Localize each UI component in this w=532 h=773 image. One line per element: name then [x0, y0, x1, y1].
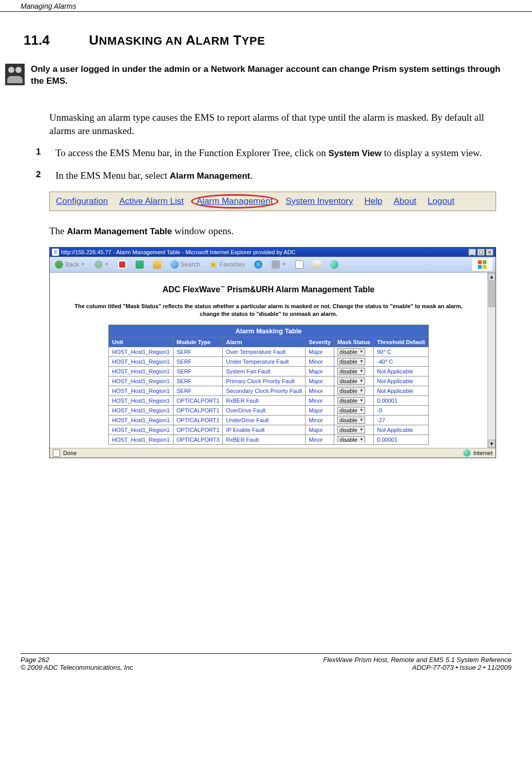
status-done: Done — [63, 450, 77, 456]
stop-button[interactable] — [116, 259, 128, 270]
star-icon — [210, 260, 218, 269]
menubar-item-system-inventory[interactable]: System Inventory — [286, 196, 353, 206]
table-cell: disable — [334, 376, 374, 386]
step-text: In the EMS Menu bar, select Alarm Manage… — [55, 169, 253, 182]
table-cell: disable — [334, 425, 374, 435]
table-cell: HOST_Host1_Region1 — [109, 376, 174, 386]
table-cell: disable — [334, 405, 374, 415]
ie-toolbar: Back ▼ ▼ Search Favorites ▼ — [50, 257, 496, 273]
table-cell: -9 — [374, 405, 429, 415]
menubar-item-alarm-management[interactable]: Alarm Management — [197, 196, 273, 206]
table-cell: OverDrive Fault — [223, 405, 306, 415]
table-cell: HOST_Host1_Region1 — [109, 435, 174, 444]
refresh-button[interactable] — [134, 259, 146, 270]
print-button[interactable]: ▼ — [270, 259, 288, 270]
table-cell: disable — [334, 347, 374, 356]
ie-throbber — [472, 258, 492, 271]
table-cell: OPTICALPORT3 — [173, 435, 223, 444]
mask-status-select[interactable]: disable — [337, 426, 365, 433]
mask-status-select[interactable]: disable — [337, 358, 365, 365]
menubar-item-configuration[interactable]: Configuration — [56, 196, 108, 206]
table-cell: Over Temperature Fault — [223, 347, 306, 356]
table-cell: RxBER Fault — [223, 395, 306, 405]
ui-ref-alarm-management: Alarm Management — [169, 171, 250, 181]
search-button[interactable]: Search — [168, 259, 202, 270]
table-row: HOST_Host1_Region1SERFSystem Fan FaultMa… — [109, 366, 429, 376]
discuss-button[interactable] — [328, 259, 340, 270]
table-cell: Minor — [306, 395, 334, 405]
table-cell: Not Applicable — [374, 366, 429, 376]
mask-status-select[interactable]: disable — [337, 397, 365, 404]
table-cell: OPTICALPORT1 — [173, 405, 223, 415]
mask-status-select[interactable]: disable — [337, 407, 365, 414]
table-cell: SERF — [173, 347, 223, 356]
table-cell: OPTICALPORT1 — [173, 415, 223, 425]
scroll-up-button[interactable]: ▲ — [488, 273, 496, 281]
mail-button[interactable] — [311, 259, 323, 270]
mask-status-select[interactable]: disable — [337, 436, 365, 443]
mask-status-select[interactable]: disable — [337, 378, 365, 385]
mask-status-select[interactable]: disable — [337, 417, 365, 424]
copyright: © 2009 ADC Telecommunications, Inc — [21, 664, 133, 671]
admin-note: Only a user logged in under the admin or… — [5, 64, 508, 87]
menubar-item-logout[interactable]: Logout — [428, 196, 454, 206]
status-zone: Internet — [463, 449, 492, 457]
home-button[interactable] — [151, 259, 163, 270]
table-cell: Major — [306, 405, 334, 415]
stop-icon — [118, 260, 126, 269]
table-cell: SERF — [173, 356, 223, 366]
column-header: Threshold Default — [374, 337, 429, 347]
section-heading: 11.4 UNMASKING AN ALARM TYPE — [24, 32, 508, 48]
table-row: HOST_Host1_Region1SERFSecondary Clock Pr… — [109, 386, 429, 395]
table-row: HOST_Host1_Region1OPTICALPORT3RxBER Faul… — [109, 435, 429, 444]
column-header: Unit — [109, 337, 174, 347]
table-cell: Under Temperature Fault — [223, 356, 306, 366]
search-icon — [170, 260, 179, 269]
step-number: 1 — [36, 146, 44, 160]
table-cell: UnderDrive Fault — [223, 415, 306, 425]
step-number: 2 — [36, 169, 44, 182]
favorites-button[interactable]: Favorites — [207, 259, 247, 270]
menubar-item-help[interactable]: Help — [364, 196, 382, 206]
table-cell: -27 — [374, 415, 429, 425]
table-cell: Not Applicable — [374, 425, 429, 435]
note-text: Only a user logged in under the admin or… — [31, 64, 508, 87]
forward-button[interactable]: ▼ — [92, 259, 111, 270]
document-icon — [295, 260, 303, 269]
menubar-item-about[interactable]: About — [393, 196, 416, 206]
scroll-thumb[interactable] — [488, 281, 495, 307]
mask-status-select[interactable]: disable — [337, 368, 365, 375]
mask-status-select[interactable]: disable — [337, 348, 365, 355]
alarm-table-note: The column titled "Mask Status" reflects… — [52, 303, 485, 325]
page-content: 11.4 UNMASKING AN ALARM TYPE Only a user… — [0, 17, 532, 463]
menubar-item-highlighted[interactable]: Alarm Management — [195, 196, 274, 206]
table-cell: System Fan Fault — [223, 366, 306, 376]
vertical-scrollbar[interactable]: ▲ ▼ — [487, 273, 496, 448]
table-cell: SERF — [173, 386, 223, 395]
mask-status-select[interactable]: disable — [337, 387, 365, 394]
media-button[interactable] — [252, 259, 264, 270]
table-cell: HOST_Host1_Region1 — [109, 366, 174, 376]
minimize-button[interactable]: _ — [468, 249, 476, 256]
table-row: HOST_Host1_Region1SERFOver Temperature F… — [109, 347, 429, 356]
close-button[interactable]: × — [486, 249, 493, 256]
forward-icon — [94, 260, 103, 269]
table-cell: HOST_Host1_Region1 — [109, 415, 174, 425]
table-cell: Not Applicable — [374, 386, 429, 395]
table-cell: Not Applicable — [374, 376, 429, 386]
messenger-icon — [330, 260, 338, 269]
menubar-item-active-alarm-list[interactable]: Active Alarm List — [119, 196, 184, 206]
scroll-down-button[interactable]: ▼ — [488, 440, 496, 448]
table-cell: disable — [334, 386, 374, 395]
table-cell: Minor — [306, 386, 334, 395]
table-row: HOST_Host1_Region1SERFUnder Temperature … — [109, 356, 429, 366]
globe-icon — [463, 449, 470, 457]
edit-button[interactable] — [293, 259, 306, 270]
back-button[interactable]: Back ▼ — [53, 259, 87, 270]
maximize-button[interactable]: □ — [477, 249, 485, 256]
mail-icon — [313, 260, 321, 269]
table-cell: HOST_Host1_Region1 — [109, 386, 174, 395]
media-icon — [254, 260, 262, 269]
table-cell: disable — [334, 366, 374, 376]
status-zone-label: Internet — [473, 450, 492, 456]
